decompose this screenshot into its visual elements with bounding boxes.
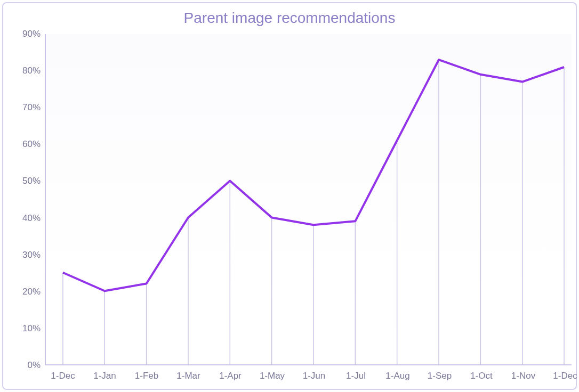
x-tick-label: 1-Dec	[51, 371, 75, 381]
x-tick-label: 1-Feb	[135, 371, 158, 381]
x-tick-label: 1-Jul	[346, 371, 366, 381]
y-tick-label: 10%	[15, 323, 41, 334]
x-tick-label: 1-Nov	[511, 371, 535, 381]
y-tick-label: 30%	[15, 250, 41, 260]
x-tick-label: 1-Apr	[219, 371, 242, 381]
x-tick-label: 1-Aug	[385, 371, 409, 381]
y-tick-label: 20%	[15, 287, 41, 297]
plot-area: 0%10%20%30%40%50%60%70%80%90%1-Dec1-Jan1…	[45, 34, 572, 365]
chart-title: Parent image recommendations	[3, 10, 576, 27]
x-tick-label: 1-Jun	[303, 371, 326, 381]
x-tick-label: 1-Dec	[553, 371, 577, 381]
y-tick-label: 60%	[15, 139, 41, 150]
chart-container: Parent image recommendations 0%10%20%30%…	[2, 2, 577, 390]
y-tick-label: 80%	[15, 66, 41, 76]
y-tick-label: 90%	[15, 29, 41, 39]
chart-svg	[46, 34, 572, 364]
x-tick-label: 1-Oct	[470, 371, 493, 381]
x-tick-label: 1-Mar	[176, 371, 200, 381]
x-tick-label: 1-May	[260, 371, 285, 381]
x-tick-label: 1-Jan	[93, 371, 116, 381]
svg-rect-0	[46, 34, 572, 364]
y-tick-label: 50%	[15, 176, 41, 186]
y-tick-label: 70%	[15, 102, 41, 113]
x-tick-label: 1-Sep	[428, 371, 452, 381]
y-tick-label: 0%	[15, 360, 41, 371]
y-tick-label: 40%	[15, 213, 41, 224]
